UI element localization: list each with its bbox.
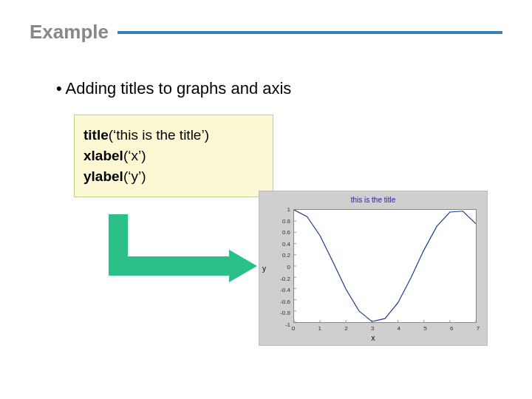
chart-title: this is the title: [259, 196, 487, 204]
chart-xtick: 3: [371, 325, 374, 332]
arrow-icon: [103, 214, 266, 306]
chart-ytick: 1: [273, 206, 290, 213]
chart-xtick: 2: [344, 325, 347, 332]
chart-ytick: -0.6: [273, 298, 290, 304]
chart-ytick: -0.2: [273, 275, 290, 282]
chart-ytick: 0.6: [273, 229, 290, 236]
code-args: (‘this is the title’): [109, 127, 209, 143]
code-keyword: ylabel: [83, 168, 123, 184]
chart-xtick: 7: [477, 325, 480, 332]
chart-ytick: 0.2: [273, 252, 290, 259]
chart-plot: [294, 210, 476, 322]
code-keyword: xlabel: [83, 148, 123, 163]
bullet-item: • Adding titles to graphs and axis: [0, 44, 532, 98]
bullet-text: Adding titles to graphs and axis: [66, 79, 292, 98]
chart-xtick: 1: [318, 325, 321, 332]
slide-header: Example: [0, 0, 532, 44]
code-line-3: ylabel(‘y’): [83, 168, 264, 185]
chart-figure: this is the title y x -1-0.8-0.6-0.4-0.2…: [259, 191, 488, 346]
code-line-2: xlabel(‘x’): [83, 148, 264, 164]
svg-marker-0: [229, 250, 257, 282]
code-args: (‘x’): [123, 148, 146, 163]
chart-xtick: 5: [423, 325, 426, 332]
chart-ytick: 0: [273, 264, 290, 270]
bullet-marker: •: [56, 79, 66, 98]
chart-xtick: 0: [292, 325, 295, 332]
code-line-1: title(‘this is the title’): [83, 127, 264, 143]
chart-xlabel: x: [259, 334, 487, 342]
chart-ytick: -0.8: [273, 310, 290, 316]
chart-ytick: -0.4: [273, 287, 290, 293]
chart-xtick: 4: [398, 325, 400, 332]
code-box: title(‘this is the title’) xlabel(‘x’) y…: [74, 115, 273, 197]
chart-ylabel: y: [262, 265, 266, 273]
code-args: (‘y’): [123, 168, 146, 184]
header-rule: [117, 31, 502, 34]
chart-axes: [293, 209, 477, 323]
chart-ytick: 0.8: [273, 217, 290, 224]
slide-title: Example: [30, 21, 109, 44]
chart-ytick: -1: [273, 321, 290, 328]
chart-xtick: 6: [450, 325, 453, 332]
code-keyword: title: [83, 127, 109, 143]
chart-ytick: 0.4: [273, 240, 290, 247]
